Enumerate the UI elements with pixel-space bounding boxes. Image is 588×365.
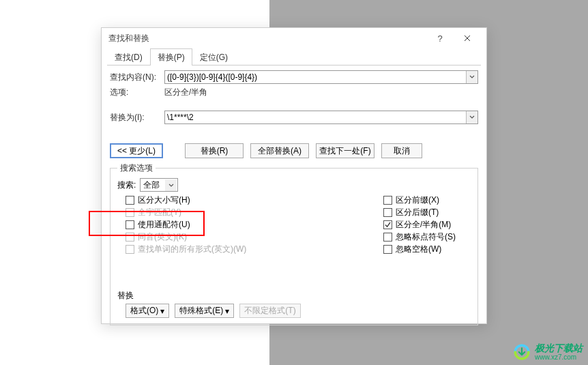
checkbox-box	[126, 220, 134, 229]
checkbox-label: 区分全/半角(M)	[396, 219, 451, 231]
watermark-url: www.xz7.com	[535, 353, 583, 361]
checkbox-label: 忽略空格(W)	[396, 244, 441, 255]
no-format-button: 不限定格式(T)	[239, 304, 300, 318]
close-button[interactable]	[454, 29, 481, 48]
titlebar: 查找和替换 ?	[102, 28, 486, 48]
replace-section-label: 替换	[117, 290, 471, 302]
format-button[interactable]: 格式(O) ▾	[126, 304, 169, 318]
checkbox-label: 区分前缀(X)	[396, 194, 439, 206]
action-buttons: << 更少(L) 替换(R) 全部替换(A) 查找下一处(F) 取消	[110, 143, 478, 158]
find-input[interactable]	[164, 70, 478, 84]
search-options-fieldset: 搜索选项 搜索: 全部 区分大小写(H)全字匹配(Y)使用通配符(U)同音(英文…	[110, 162, 478, 325]
chevron-down-icon	[168, 184, 174, 188]
checkbox-label: 同音(英文)(K)	[138, 231, 187, 243]
checkbox-box	[383, 220, 392, 229]
search-scope-label: 搜索:	[117, 179, 136, 191]
checkbox-option[interactable]: 忽略空格(W)	[383, 244, 471, 255]
less-options-button[interactable]: << 更少(L)	[110, 143, 163, 158]
checkbox-option[interactable]: 区分大小写(H)	[126, 194, 383, 206]
checkbox-option[interactable]: 区分后缀(T)	[383, 207, 471, 218]
options-label: 选项:	[110, 87, 164, 98]
checkbox-label: 忽略标点符号(S)	[396, 231, 456, 243]
checkbox-box	[383, 233, 392, 242]
checkbox-label: 全字匹配(Y)	[138, 207, 181, 218]
tab-replace[interactable]: 替换(P)	[150, 48, 192, 65]
checkbox-label: 区分后缀(T)	[396, 207, 439, 218]
checkbox-box	[126, 233, 134, 242]
checkbox-box	[126, 196, 134, 205]
checkbox-box	[126, 208, 134, 217]
checkbox-option[interactable]: 使用通配符(U)	[126, 219, 383, 231]
replace-input[interactable]	[164, 111, 478, 124]
site-logo-icon	[512, 342, 531, 362]
checkbox-option: 全字匹配(Y)	[126, 207, 383, 218]
special-format-button[interactable]: 特殊格式(E) ▾	[175, 304, 234, 318]
tab-goto[interactable]: 定位(G)	[192, 48, 235, 65]
help-button[interactable]: ?	[426, 29, 454, 48]
find-replace-dialog: 查找和替换 ? 查找(D) 替换(P) 定位(G) 查找内容(N): 选项: 区…	[101, 27, 487, 324]
checkbox-box	[383, 196, 392, 205]
checkbox-label: 查找单词的所有形式(英文)(W)	[138, 244, 246, 255]
watermark: 极光下载站 www.xz7.com	[512, 342, 583, 362]
replace-format-section: 替换 格式(O) ▾ 特殊格式(E) ▾ 不限定格式(T)	[117, 290, 471, 318]
dialog-title: 查找和替换	[108, 33, 426, 44]
search-scope-select[interactable]: 全部	[140, 178, 178, 192]
checkbox-option[interactable]: 区分全/半角(M)	[383, 219, 471, 231]
chevron-down-icon	[469, 75, 475, 79]
replace-with-label: 替换为(I):	[110, 112, 164, 123]
checkbox-option: 同音(英文)(K)	[126, 231, 383, 243]
replace-dropdown-button[interactable]	[466, 111, 477, 123]
checkbox-label: 区分大小写(H)	[138, 194, 190, 206]
checkbox-option[interactable]: 忽略标点符号(S)	[383, 231, 471, 243]
dialog-content: 查找内容(N): 选项: 区分全/半角 替换为(I): << 更少(L)	[102, 68, 486, 331]
find-next-button[interactable]: 查找下一处(F)	[316, 143, 374, 158]
tab-find[interactable]: 查找(D)	[107, 48, 150, 65]
tabs: 查找(D) 替换(P) 定位(G)	[107, 48, 481, 65]
replace-all-button[interactable]: 全部替换(A)	[250, 143, 309, 158]
find-label: 查找内容(N):	[110, 72, 164, 83]
search-options-legend: 搜索选项	[117, 162, 156, 174]
options-value: 区分全/半角	[164, 87, 207, 98]
watermark-name: 极光下载站	[535, 343, 583, 353]
checkbox-box	[383, 208, 392, 217]
chevron-down-icon	[469, 115, 475, 119]
close-icon	[464, 35, 471, 42]
replace-button[interactable]: 替换(R)	[185, 143, 244, 158]
find-dropdown-button[interactable]	[466, 71, 477, 83]
checkbox-option: 查找单词的所有形式(英文)(W)	[126, 244, 383, 255]
checkbox-box	[383, 245, 392, 254]
cancel-button[interactable]: 取消	[381, 143, 422, 158]
checkbox-option[interactable]: 区分前缀(X)	[383, 194, 471, 206]
checkbox-box	[126, 245, 134, 254]
checkbox-label: 使用通配符(U)	[138, 219, 190, 231]
